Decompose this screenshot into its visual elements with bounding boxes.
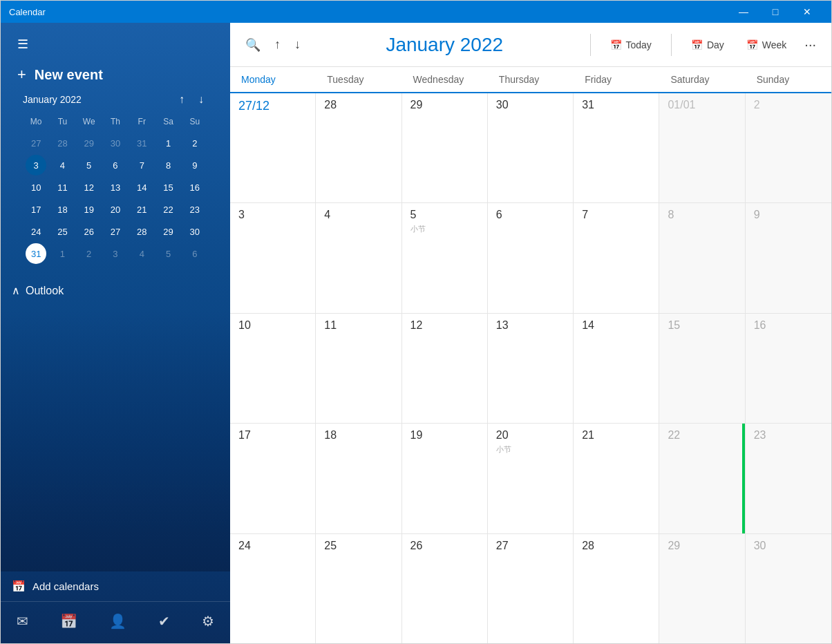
mini-cal-day[interactable]: 6 (105, 155, 126, 176)
day-cell-weekend[interactable]: 30 (746, 534, 831, 643)
mini-cal-day[interactable]: 7 (131, 155, 152, 176)
day-cell[interactable]: 20 小节 (488, 424, 574, 533)
day-cell-weekend[interactable]: 16 (746, 314, 831, 423)
day-cell-weekend[interactable]: 01/01 (659, 93, 745, 202)
tasks-nav-button[interactable]: ✔ (147, 607, 181, 635)
new-event-button[interactable]: + New event (12, 57, 219, 92)
day-cell[interactable]: 12 (402, 314, 488, 423)
day-cell[interactable]: 27 (488, 534, 574, 643)
mini-cal-day[interactable]: 2 (185, 133, 205, 153)
mini-cal-day[interactable]: 3 (26, 155, 46, 176)
day-cell[interactable]: 26 (402, 534, 488, 643)
mini-cal-day[interactable]: 4 (131, 243, 152, 264)
mini-cal-day[interactable]: 10 (26, 177, 46, 198)
mini-cal-day[interactable]: 26 (79, 221, 100, 242)
day-cell[interactable]: 28 (574, 534, 659, 643)
today-button[interactable]: 📅 Today (602, 35, 660, 55)
close-button[interactable]: ✕ (791, 1, 823, 23)
mini-cal-day[interactable]: 14 (131, 177, 152, 198)
mini-cal-day[interactable]: 2 (79, 243, 100, 264)
day-cell[interactable]: 3 (230, 203, 316, 312)
mini-cal-day[interactable]: 17 (26, 199, 46, 220)
mini-cal-day[interactable]: 8 (158, 155, 179, 176)
mail-nav-button[interactable]: ✉ (6, 607, 39, 635)
day-cell[interactable]: 14 (574, 314, 659, 423)
mini-cal-next-button[interactable]: ↓ (194, 92, 208, 107)
mini-cal-day[interactable]: 3 (105, 243, 126, 264)
mini-cal-day[interactable]: 30 (185, 221, 205, 242)
hamburger-button[interactable]: ☰ (12, 31, 34, 57)
mini-cal-day[interactable]: 6 (185, 243, 205, 264)
day-cell[interactable]: 31 (574, 93, 659, 202)
calendar-nav-button[interactable]: 📅 (49, 607, 88, 635)
mini-cal-day[interactable]: 16 (185, 177, 205, 198)
week-view-button[interactable]: 📅 Week (738, 35, 795, 55)
mini-cal-day[interactable]: 29 (79, 133, 100, 153)
settings-nav-button[interactable]: ⚙ (191, 607, 225, 635)
day-cell[interactable]: 18 (316, 424, 401, 533)
mini-cal-day[interactable]: 12 (79, 177, 100, 198)
mini-cal-day[interactable]: 4 (52, 155, 73, 176)
mini-cal-day[interactable]: 19 (79, 199, 100, 220)
day-cell[interactable]: 4 (316, 203, 401, 312)
maximize-button[interactable]: □ (759, 1, 791, 23)
day-cell[interactable]: 10 (230, 314, 316, 423)
day-cell-weekend[interactable]: 22 (659, 424, 745, 533)
mini-cal-day[interactable]: 1 (158, 133, 179, 153)
mini-cal-day[interactable]: 30 (105, 133, 126, 153)
mini-cal-day[interactable]: 24 (26, 221, 46, 242)
mini-cal-day[interactable]: 31 (131, 133, 152, 153)
mini-cal-day[interactable]: 27 (26, 133, 46, 153)
day-cell[interactable]: 27/12 (230, 93, 316, 202)
people-nav-button[interactable]: 👤 (98, 607, 138, 635)
next-month-button[interactable]: ↓ (290, 33, 305, 56)
mini-cal-day[interactable]: 20 (105, 199, 126, 220)
mini-cal-day[interactable]: 9 (185, 155, 205, 176)
day-view-button[interactable]: 📅 Day (683, 35, 732, 55)
mini-cal-day[interactable]: 11 (52, 177, 73, 198)
mini-cal-day[interactable]: 5 (79, 155, 100, 176)
mini-cal-day[interactable]: 5 (158, 243, 179, 264)
outlook-header[interactable]: ∧ Outlook (12, 284, 219, 297)
prev-month-button[interactable]: ↑ (270, 33, 285, 56)
day-cell[interactable]: 21 (574, 424, 659, 533)
mini-cal-day-today[interactable]: 31 (26, 243, 46, 264)
mini-cal-day[interactable]: 1 (52, 243, 73, 264)
mini-cal-day[interactable]: 28 (131, 221, 152, 242)
day-cell[interactable]: 19 (402, 424, 488, 533)
day-cell[interactable]: 30 (488, 93, 574, 202)
day-cell[interactable]: 5 小节 (402, 203, 488, 312)
mini-cal-day[interactable]: 29 (158, 221, 179, 242)
mini-cal-day[interactable]: 22 (158, 199, 179, 220)
day-cell[interactable]: 28 (316, 93, 401, 202)
day-cell-weekend[interactable]: 29 (659, 534, 745, 643)
mini-cal-day[interactable]: 28 (52, 133, 73, 153)
day-cell[interactable]: 11 (316, 314, 401, 423)
search-button[interactable]: 🔍 (241, 33, 265, 57)
day-cell[interactable]: 17 (230, 424, 316, 533)
day-cell-weekend[interactable]: 2 (746, 93, 831, 202)
mini-cal-day[interactable]: 23 (185, 199, 205, 220)
day-number: 4 (324, 209, 393, 221)
add-calendars-button[interactable]: 📅 Add calendars (1, 571, 230, 601)
minimize-button[interactable]: — (728, 1, 759, 23)
day-cell-weekend[interactable]: 23 (746, 424, 831, 533)
mini-cal-day[interactable]: 15 (158, 177, 179, 198)
mini-cal-day[interactable]: 18 (52, 199, 73, 220)
mini-cal-day[interactable]: 13 (105, 177, 126, 198)
day-cell[interactable]: 6 (488, 203, 574, 312)
day-cell[interactable]: 29 (402, 93, 488, 202)
day-cell-weekend[interactable]: 9 (746, 203, 831, 312)
more-options-button[interactable]: ··· (800, 32, 820, 57)
mini-cal-day[interactable]: 25 (52, 221, 73, 242)
mini-cal-prev-button[interactable]: ↑ (175, 92, 189, 107)
day-cell-weekend[interactable]: 8 (659, 203, 745, 312)
day-cell[interactable]: 25 (316, 534, 401, 643)
mini-cal-day[interactable]: 21 (131, 199, 152, 220)
day-cell[interactable]: 13 (488, 314, 574, 423)
day-cell[interactable]: 7 (574, 203, 659, 312)
mini-cal-day[interactable]: 27 (105, 221, 126, 242)
day-number: 10 (238, 319, 307, 332)
day-cell-weekend[interactable]: 15 (659, 314, 745, 423)
day-cell[interactable]: 24 (230, 534, 316, 643)
